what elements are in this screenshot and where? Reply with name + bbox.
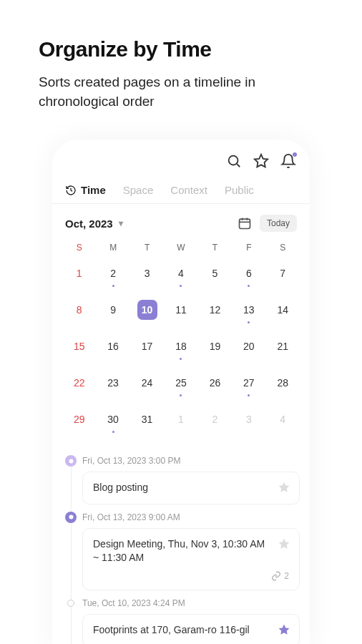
svg-marker-10 [279, 538, 290, 548]
calendar-day[interactable]: 16 [96, 330, 129, 366]
calendar-day[interactable]: 21 [266, 330, 300, 366]
svg-line-1 [237, 164, 240, 167]
calendar-day[interactable]: 12 [198, 293, 232, 330]
timeline: Fri, Oct 13, 2023 3:00 PMBlog postingFri… [52, 448, 310, 644]
calendar-day[interactable]: 7 [266, 257, 300, 293]
dow-label: F [232, 238, 265, 257]
tabs-bar: Time Space Context Public [52, 177, 310, 204]
calendar-day[interactable]: 28 [266, 366, 300, 403]
timeline-card-title: Footprints at 170, Garam-ro 116-gil [93, 623, 289, 638]
calendar-icon[interactable] [235, 214, 254, 233]
svg-marker-2 [255, 155, 268, 167]
calendar-day[interactable]: 2 [96, 257, 129, 293]
dow-label: W [164, 238, 197, 257]
hamburger-icon[interactable] [65, 152, 82, 170]
calendar-day[interactable]: 8 [62, 293, 96, 330]
svg-point-7 [69, 459, 73, 463]
calendar-day[interactable]: 25 [164, 366, 197, 403]
calendar-day[interactable]: 30 [96, 403, 129, 439]
search-icon[interactable] [225, 152, 243, 170]
timeline-timestamp: Fri, Oct 13, 2023 9:00 AM [82, 512, 300, 522]
month-picker[interactable]: Oct, 2023 ▾ [65, 218, 123, 230]
timeline-card[interactable]: Blog posting [82, 472, 300, 504]
event-dot [248, 285, 250, 287]
calendar-day[interactable]: 9 [96, 293, 129, 330]
dow-label: S [62, 238, 96, 257]
timeline-timestamp: Fri, Oct 13, 2023 3:00 PM [82, 455, 300, 466]
event-dot [248, 321, 250, 323]
tab-label: Public [225, 184, 254, 196]
notification-dot [293, 152, 297, 157]
chevron-down-icon: ▾ [119, 218, 123, 228]
star-icon[interactable] [253, 152, 270, 170]
svg-point-0 [229, 156, 238, 165]
event-dot [112, 431, 114, 433]
calendar-grid: SMTWTFS 12345678910111213141516171819202… [52, 238, 310, 448]
event-dot [180, 358, 182, 360]
calendar-day[interactable]: 3 [130, 257, 164, 293]
event-dot [248, 394, 250, 396]
dow-label: S [266, 238, 300, 257]
tab-time[interactable]: Time [65, 184, 106, 196]
calendar-day[interactable]: 11 [164, 293, 197, 330]
timeline-card[interactable]: Design Meeting, Thu, Nov 3, 10:30 AM ~ 1… [82, 528, 300, 590]
calendar-day[interactable]: 23 [96, 366, 129, 403]
calendar-day[interactable]: 2 [198, 403, 232, 439]
svg-marker-11 [279, 624, 290, 634]
timeline-item: Fri, Oct 13, 2023 9:00 AMDesign Meeting,… [65, 512, 300, 590]
timeline-item: Fri, Oct 13, 2023 3:00 PMBlog posting [65, 455, 300, 504]
tab-space[interactable]: Space [123, 184, 154, 196]
calendar-day[interactable]: 4 [164, 257, 197, 293]
dow-label: M [96, 238, 129, 257]
bell-icon[interactable] [280, 152, 297, 170]
today-button[interactable]: Today [260, 215, 297, 232]
calendar-day[interactable]: 14 [266, 293, 300, 330]
calendar-day[interactable]: 22 [62, 366, 96, 403]
calendar-day[interactable]: 6 [232, 257, 265, 293]
calendar-day[interactable]: 18 [164, 330, 197, 366]
calendar-day[interactable]: 17 [130, 330, 164, 366]
svg-marker-8 [279, 482, 290, 492]
calendar-day[interactable]: 31 [130, 403, 164, 439]
calendar-day[interactable]: 1 [164, 403, 197, 439]
device-frame: Time Space Context Public Oct, 2023 ▾ To… [52, 140, 310, 644]
calendar-day[interactable]: 26 [198, 366, 232, 403]
calendar-day[interactable]: 5 [198, 257, 232, 293]
event-dot [112, 285, 114, 287]
calendar-day[interactable]: 3 [232, 403, 265, 439]
page-subtitle: Sorts created pages on a timeline in chr… [39, 73, 323, 111]
calendar-day[interactable]: 19 [198, 330, 232, 366]
page-title: Organize by Time [39, 37, 362, 62]
calendar-day[interactable]: 10 [130, 293, 164, 330]
calendar-day[interactable]: 13 [232, 293, 265, 330]
dow-label: T [130, 238, 164, 257]
timeline-card-title: Design Meeting, Thu, Nov 3, 10:30 AM ~ 1… [93, 537, 289, 565]
tab-label: Context [170, 184, 207, 196]
timeline-badge-icon [65, 455, 77, 467]
svg-rect-3 [239, 219, 250, 228]
top-bar [52, 140, 310, 177]
calendar-day[interactable]: 4 [266, 403, 300, 439]
timeline-badge-icon [65, 512, 77, 523]
timeline-card[interactable]: Footprints at 170, Garam-ro 116-gil [82, 614, 300, 644]
tab-public[interactable]: Public [225, 184, 254, 196]
month-row: Oct, 2023 ▾ Today [52, 204, 310, 238]
calendar-day[interactable]: 29 [62, 403, 96, 439]
tab-context[interactable]: Context [170, 184, 207, 196]
calendar-day[interactable]: 1 [62, 257, 96, 293]
dow-label: T [198, 238, 232, 257]
event-dot [180, 285, 182, 287]
calendar-day[interactable]: 27 [232, 366, 265, 403]
star-icon[interactable] [278, 623, 290, 639]
star-icon[interactable] [278, 537, 290, 553]
tab-label: Space [123, 184, 154, 196]
month-label: Oct, 2023 [65, 218, 113, 230]
star-icon[interactable] [278, 481, 290, 497]
timeline-badge-icon [67, 600, 74, 607]
calendar-day[interactable]: 15 [62, 330, 96, 366]
calendar-day[interactable]: 24 [130, 366, 164, 403]
calendar-day[interactable]: 20 [232, 330, 265, 366]
tab-label: Time [81, 184, 106, 196]
timeline-item: Tue, Oct 10, 2023 4:24 PMFootprints at 1… [65, 597, 300, 644]
timeline-timestamp: Tue, Oct 10, 2023 4:24 PM [82, 597, 300, 608]
